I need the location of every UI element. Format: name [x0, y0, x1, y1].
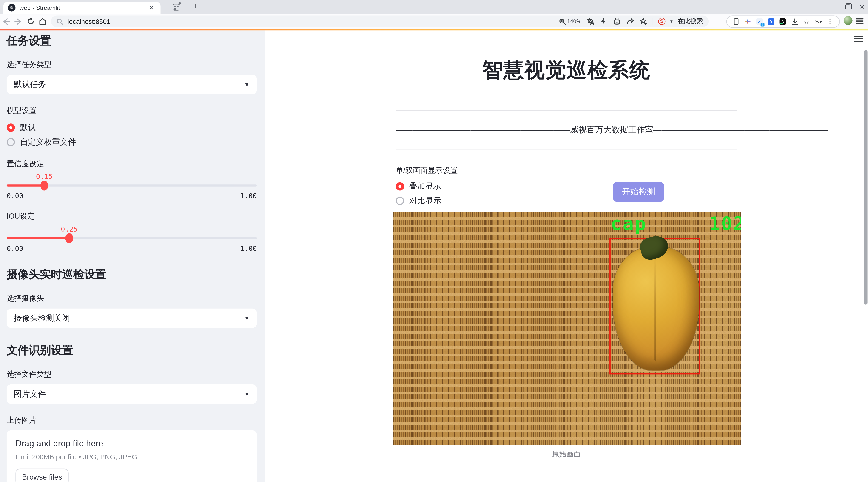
search-here-label[interactable]: 在此搜索 — [678, 17, 703, 26]
translate-extension-icon[interactable]: 文 — [767, 18, 775, 26]
bookmark-star-add-icon[interactable] — [639, 17, 648, 26]
display-mode-label: 单/双画面显示设置 — [396, 165, 737, 176]
screenshot-scissors-icon[interactable]: ✂▾ — [814, 18, 822, 26]
zoom-control[interactable]: 140% — [559, 18, 581, 25]
dropzone-title: Drag and drop file here — [16, 439, 248, 449]
file-type-select[interactable]: 图片文件 ▼ — [7, 385, 257, 404]
close-button[interactable]: ✕ — [860, 3, 865, 10]
browser-toolbar: localhost:8501 140% — [0, 14, 868, 29]
gemini-extension-icon[interactable] — [744, 18, 752, 26]
radio-label: 对比显示 — [409, 195, 441, 206]
home-button[interactable] — [36, 18, 49, 25]
upload-label: 上传图片 — [7, 416, 257, 425]
extension-plug-icon[interactable] — [613, 17, 621, 26]
slider-thumb[interactable] — [65, 233, 73, 243]
address-bar-controls: 140% S ▾ 在此搜索 — [559, 17, 703, 26]
back-button[interactable] — [0, 18, 12, 25]
task-type-value: 默认任务 — [14, 79, 46, 90]
download-icon[interactable] — [791, 18, 799, 26]
browser-window: ♕ web · Streamlit ✕ + — ✕ localho — [0, 0, 868, 482]
refresh-button[interactable] — [24, 18, 36, 25]
iou-label: IOU设定 — [7, 212, 257, 221]
slider-track[interactable] — [7, 184, 257, 187]
iou-slider: 0.25 0.00 1.00 — [7, 225, 257, 252]
streamlit-decoration-bar — [0, 29, 868, 30]
browser-menu-icon[interactable] — [856, 18, 864, 26]
minimize-button[interactable]: — — [830, 4, 836, 10]
divider — [396, 110, 737, 111]
browser-tab[interactable]: ♕ web · Streamlit ✕ — [3, 2, 160, 14]
lightning-icon[interactable] — [599, 17, 608, 26]
slider-value: 0.25 — [61, 225, 78, 233]
chevron-down-icon: ▼ — [244, 82, 250, 87]
restore-button[interactable] — [845, 4, 850, 9]
page-title: 智慧视觉巡检系统 — [396, 57, 737, 84]
page-scrollbar[interactable] — [864, 30, 868, 482]
yellow-pepper — [613, 246, 699, 371]
radio-compare-display[interactable]: 对比显示 — [396, 195, 737, 206]
start-detection-button[interactable]: 开始检测 — [613, 182, 664, 202]
detection-image: cap 1020 — [393, 212, 741, 446]
forward-button[interactable] — [12, 18, 24, 25]
sidebar-section-file-title: 文件识别设置 — [7, 343, 257, 358]
streamlit-app: 任务设置 选择任务类型 默认任务 ▼ 模型设置 默认 自定义权重文件 置信度设定… — [0, 30, 868, 482]
search-icon — [57, 18, 63, 25]
radio-unselected-icon[interactable] — [396, 197, 404, 205]
tab-close-icon[interactable]: ✕ — [147, 4, 156, 11]
more-options-icon[interactable]: ⋮ — [826, 18, 834, 26]
radio-unselected-icon[interactable] — [7, 138, 15, 146]
scrollbar-thumb[interactable] — [864, 50, 867, 305]
radio-model-default[interactable]: 默认 — [7, 122, 257, 133]
task-type-label: 选择任务类型 — [7, 60, 257, 70]
chevron-down-icon: ▼ — [244, 315, 250, 321]
file-type-value: 图片文件 — [14, 389, 46, 399]
radio-overlay-display[interactable]: 叠加显示 — [396, 181, 737, 192]
task-type-select[interactable]: 默认任务 ▼ — [7, 75, 257, 94]
translate-page-icon[interactable] — [586, 17, 594, 26]
profile-avatar[interactable] — [844, 16, 852, 25]
file-type-label: 选择文件类型 — [7, 369, 257, 380]
slider-fill — [7, 184, 44, 187]
search-engine-icon[interactable]: S — [658, 18, 665, 25]
toolbar-divider — [653, 18, 653, 25]
main-content: 智慧视觉巡检系统 —————————————————————威视百万大数据工作室… — [265, 30, 868, 482]
browse-files-button[interactable]: Browse files — [16, 469, 68, 482]
image-caption: 原始画面 — [396, 449, 737, 459]
streamlit-menu-icon[interactable] — [854, 36, 863, 43]
display-mode-group: 叠加显示 对比显示 开始检测 — [396, 181, 737, 206]
radio-selected-icon[interactable] — [396, 182, 404, 190]
confidence-slider: 0.15 0.00 1.00 — [7, 172, 257, 200]
sidebar-section-task-title: 任务设置 — [7, 33, 257, 48]
radio-model-custom[interactable]: 自定义权重文件 — [7, 137, 257, 147]
address-bar[interactable]: localhost:8501 140% — [51, 16, 709, 27]
phone-extension-icon[interactable] — [732, 18, 740, 26]
sidebar-section-camera-title: 摄像头实时巡检设置 — [7, 267, 257, 282]
n-extension-icon[interactable]: N — [779, 18, 787, 26]
detection-class-label-clipped: 1020 — [709, 213, 741, 234]
zoom-level: 140% — [567, 18, 582, 24]
file-uploader-dropzone[interactable]: Drag and drop file here Limit 200MB per … — [7, 430, 257, 482]
slider-min: 0.00 — [7, 191, 24, 200]
chevron-down-icon: ▼ — [244, 391, 250, 397]
favorites-star-icon[interactable]: ☆ — [803, 18, 810, 26]
share-arrow-icon[interactable] — [626, 17, 634, 26]
url-text[interactable]: localhost:8501 — [68, 18, 559, 25]
model-settings-label: 模型设置 — [7, 106, 257, 116]
check-badge-extension-icon[interactable]: ✓ — [755, 18, 764, 26]
streamlit-favicon-icon: ♕ — [8, 4, 16, 12]
sidebar: 任务设置 选择任务类型 默认任务 ▼ 模型设置 默认 自定义权重文件 置信度设定… — [0, 30, 265, 482]
slider-value: 0.15 — [36, 172, 53, 181]
camera-select[interactable]: 摄像头检测关闭 ▼ — [7, 309, 257, 328]
radio-selected-icon[interactable] — [7, 123, 15, 132]
tab-title: web · Streamlit — [19, 4, 146, 11]
divider — [396, 149, 737, 149]
extensions-toolbar: ✓ 文 N ☆ ✂▾ ⋮ — [726, 16, 840, 28]
detection-class-label: cap — [611, 213, 647, 234]
radio-label: 自定义权重文件 — [20, 137, 76, 147]
slider-track[interactable] — [7, 237, 257, 239]
radio-label: 默认 — [20, 122, 36, 133]
chevron-down-icon[interactable]: ▾ — [670, 19, 673, 24]
new-tab-button[interactable]: + — [193, 1, 198, 11]
tab-workspaces-icon[interactable] — [173, 4, 180, 10]
slider-thumb[interactable] — [40, 181, 48, 190]
